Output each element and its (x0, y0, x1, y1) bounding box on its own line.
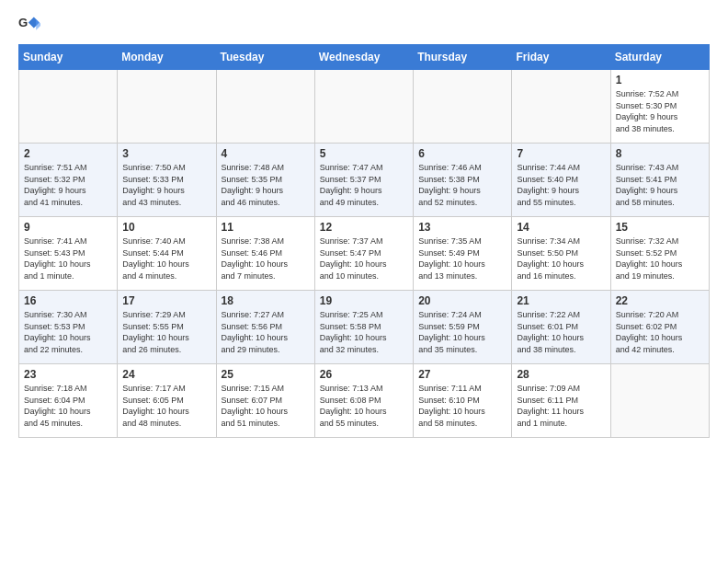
day-number: 7 (517, 147, 605, 160)
calendar-cell: 7Sunrise: 7:44 AM Sunset: 5:40 PM Daylig… (512, 144, 610, 217)
calendar-week-row: 16Sunrise: 7:30 AM Sunset: 5:53 PM Dayli… (19, 291, 710, 364)
calendar-header-row: SundayMondayTuesdayWednesdayThursdayFrid… (19, 45, 710, 70)
calendar-cell: 19Sunrise: 7:25 AM Sunset: 5:58 PM Dayli… (314, 291, 413, 364)
calendar-cell: 22Sunrise: 7:20 AM Sunset: 6:02 PM Dayli… (610, 291, 709, 364)
day-number: 13 (418, 221, 506, 234)
calendar-header-friday: Friday (512, 45, 610, 70)
calendar-week-row: 9Sunrise: 7:41 AM Sunset: 5:43 PM Daylig… (19, 217, 710, 291)
calendar-cell: 9Sunrise: 7:41 AM Sunset: 5:43 PM Daylig… (19, 217, 118, 291)
calendar-cell: 5Sunrise: 7:47 AM Sunset: 5:37 PM Daylig… (314, 144, 413, 217)
calendar-cell (610, 364, 709, 438)
calendar-cell: 20Sunrise: 7:24 AM Sunset: 5:59 PM Dayli… (414, 291, 512, 364)
day-number: 9 (24, 221, 112, 234)
day-number: 11 (222, 221, 310, 234)
day-info: Sunrise: 7:43 AM Sunset: 5:41 PM Dayligh… (616, 162, 704, 208)
day-number: 20 (418, 294, 506, 307)
day-number: 22 (616, 294, 704, 307)
day-info: Sunrise: 7:41 AM Sunset: 5:43 PM Dayligh… (24, 236, 112, 282)
day-info: Sunrise: 7:35 AM Sunset: 5:49 PM Dayligh… (418, 236, 506, 282)
day-info: Sunrise: 7:22 AM Sunset: 6:01 PM Dayligh… (517, 309, 605, 355)
day-info: Sunrise: 7:47 AM Sunset: 5:37 PM Dayligh… (320, 162, 408, 208)
day-info: Sunrise: 7:34 AM Sunset: 5:50 PM Dayligh… (517, 236, 605, 282)
day-info: Sunrise: 7:13 AM Sunset: 6:08 PM Dayligh… (320, 383, 408, 429)
day-info: Sunrise: 7:11 AM Sunset: 6:10 PM Dayligh… (418, 383, 506, 429)
day-number: 15 (616, 221, 704, 234)
day-number: 21 (517, 294, 605, 307)
calendar-cell: 1Sunrise: 7:52 AM Sunset: 5:30 PM Daylig… (610, 70, 709, 144)
day-info: Sunrise: 7:50 AM Sunset: 5:33 PM Dayligh… (122, 162, 210, 208)
day-number: 5 (320, 147, 408, 160)
header: G (18, 15, 710, 37)
calendar-cell: 8Sunrise: 7:43 AM Sunset: 5:41 PM Daylig… (610, 144, 709, 217)
day-info: Sunrise: 7:30 AM Sunset: 5:53 PM Dayligh… (24, 309, 112, 355)
calendar-cell: 17Sunrise: 7:29 AM Sunset: 5:55 PM Dayli… (118, 291, 216, 364)
calendar-cell: 28Sunrise: 7:09 AM Sunset: 6:11 PM Dayli… (512, 364, 610, 438)
day-info: Sunrise: 7:15 AM Sunset: 6:07 PM Dayligh… (222, 383, 310, 429)
day-number: 16 (24, 294, 112, 307)
calendar-cell: 12Sunrise: 7:37 AM Sunset: 5:47 PM Dayli… (314, 217, 413, 291)
day-number: 1 (616, 74, 704, 86)
calendar-week-row: 2Sunrise: 7:51 AM Sunset: 5:32 PM Daylig… (19, 144, 710, 217)
calendar-header-wednesday: Wednesday (314, 45, 413, 70)
day-info: Sunrise: 7:09 AM Sunset: 6:11 PM Dayligh… (517, 383, 605, 429)
calendar-cell (512, 70, 610, 144)
day-number: 10 (122, 221, 210, 234)
page: G SundayMondayTuesdayWednesdayThursdayFr… (0, 0, 728, 447)
calendar-cell: 26Sunrise: 7:13 AM Sunset: 6:08 PM Dayli… (314, 364, 413, 438)
day-number: 19 (320, 294, 408, 307)
calendar-header-tuesday: Tuesday (216, 45, 314, 70)
calendar-cell: 11Sunrise: 7:38 AM Sunset: 5:46 PM Dayli… (216, 217, 314, 291)
calendar-cell (414, 70, 512, 144)
day-number: 27 (418, 368, 506, 381)
calendar-cell: 13Sunrise: 7:35 AM Sunset: 5:49 PM Dayli… (414, 217, 512, 291)
day-info: Sunrise: 7:38 AM Sunset: 5:46 PM Dayligh… (222, 236, 310, 282)
calendar-cell: 15Sunrise: 7:32 AM Sunset: 5:52 PM Dayli… (610, 217, 709, 291)
day-info: Sunrise: 7:18 AM Sunset: 6:04 PM Dayligh… (24, 383, 112, 429)
day-info: Sunrise: 7:46 AM Sunset: 5:38 PM Dayligh… (418, 162, 506, 208)
calendar-cell: 18Sunrise: 7:27 AM Sunset: 5:56 PM Dayli… (216, 291, 314, 364)
calendar-cell: 27Sunrise: 7:11 AM Sunset: 6:10 PM Dayli… (414, 364, 512, 438)
day-info: Sunrise: 7:25 AM Sunset: 5:58 PM Dayligh… (320, 309, 408, 355)
calendar-header-sunday: Sunday (19, 45, 118, 70)
calendar-cell: 21Sunrise: 7:22 AM Sunset: 6:01 PM Dayli… (512, 291, 610, 364)
calendar-cell (118, 70, 216, 144)
day-number: 25 (222, 368, 310, 381)
day-info: Sunrise: 7:44 AM Sunset: 5:40 PM Dayligh… (517, 162, 605, 208)
day-number: 12 (320, 221, 408, 234)
calendar-cell (216, 70, 314, 144)
day-number: 26 (320, 368, 408, 381)
day-number: 18 (222, 294, 310, 307)
day-info: Sunrise: 7:32 AM Sunset: 5:52 PM Dayligh… (616, 236, 704, 282)
day-info: Sunrise: 7:17 AM Sunset: 6:05 PM Dayligh… (122, 383, 210, 429)
day-info: Sunrise: 7:40 AM Sunset: 5:44 PM Dayligh… (122, 236, 210, 282)
day-number: 4 (222, 147, 310, 160)
day-number: 6 (418, 147, 506, 160)
day-number: 2 (24, 147, 112, 160)
calendar-cell: 6Sunrise: 7:46 AM Sunset: 5:38 PM Daylig… (414, 144, 512, 217)
day-number: 3 (122, 147, 210, 160)
day-number: 8 (616, 147, 704, 160)
calendar-header-thursday: Thursday (414, 45, 512, 70)
calendar-cell: 10Sunrise: 7:40 AM Sunset: 5:44 PM Dayli… (118, 217, 216, 291)
calendar-cell (314, 70, 413, 144)
calendar-week-row: 1Sunrise: 7:52 AM Sunset: 5:30 PM Daylig… (19, 70, 710, 144)
calendar-cell: 23Sunrise: 7:18 AM Sunset: 6:04 PM Dayli… (19, 364, 118, 438)
day-number: 17 (122, 294, 210, 307)
day-info: Sunrise: 7:20 AM Sunset: 6:02 PM Dayligh… (616, 309, 704, 355)
day-number: 23 (24, 368, 112, 381)
day-number: 14 (517, 221, 605, 234)
day-info: Sunrise: 7:29 AM Sunset: 5:55 PM Dayligh… (122, 309, 210, 355)
calendar-cell: 2Sunrise: 7:51 AM Sunset: 5:32 PM Daylig… (19, 144, 118, 217)
day-info: Sunrise: 7:27 AM Sunset: 5:56 PM Dayligh… (222, 309, 310, 355)
day-info: Sunrise: 7:51 AM Sunset: 5:32 PM Dayligh… (24, 162, 112, 208)
day-number: 28 (517, 368, 605, 381)
calendar-cell: 3Sunrise: 7:50 AM Sunset: 5:33 PM Daylig… (118, 144, 216, 217)
svg-marker-2 (36, 19, 40, 30)
calendar-cell: 14Sunrise: 7:34 AM Sunset: 5:50 PM Dayli… (512, 217, 610, 291)
calendar-cell: 24Sunrise: 7:17 AM Sunset: 6:05 PM Dayli… (118, 364, 216, 438)
day-info: Sunrise: 7:24 AM Sunset: 5:59 PM Dayligh… (418, 309, 506, 355)
day-info: Sunrise: 7:52 AM Sunset: 5:30 PM Dayligh… (616, 88, 704, 134)
calendar-header-saturday: Saturday (610, 45, 709, 70)
calendar-cell (19, 70, 118, 144)
calendar-header-monday: Monday (118, 45, 216, 70)
